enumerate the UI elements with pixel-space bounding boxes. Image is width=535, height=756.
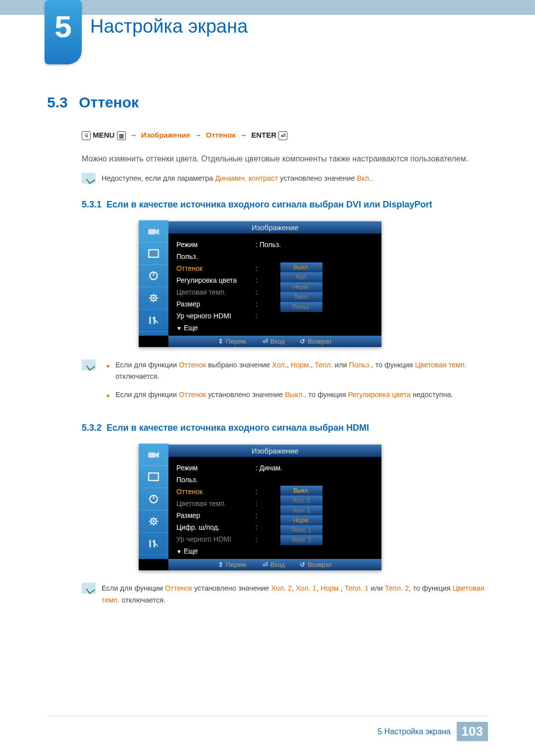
- osd2-label-hdmi: Ур черного HDMI: [176, 533, 256, 545]
- divider: [47, 716, 488, 716]
- footer-enter[interactable]: Вход: [263, 561, 285, 568]
- svg-point-11: [151, 475, 153, 477]
- osd-panel-2: Изображение Режим Польз. Оттенок: [139, 445, 381, 570]
- osd-footer: Перем. Вход Возврат: [168, 559, 381, 570]
- osd2-label-nr[interactable]: Цифр. ш/под.: [176, 521, 256, 533]
- subheading-531: 5.3.1 Если в качестве источника входного…: [82, 198, 488, 211]
- osd2-value-mode: : Динам.: [256, 462, 280, 474]
- osd1-title: Изображение: [168, 221, 381, 234]
- osd2-opt-warm1[interactable]: Тепл. 1: [280, 525, 322, 535]
- dial-icon[interactable]: [139, 265, 168, 287]
- section-title: Оттенок: [79, 94, 139, 110]
- note-icon: [82, 583, 96, 594]
- osd1-label-coloradj[interactable]: Регулировка цвета: [176, 274, 256, 286]
- enter-icon: ⏎: [278, 131, 287, 140]
- osd2-label-colortemp: Цветовая темп.: [176, 498, 256, 509]
- note-icon: [82, 173, 96, 184]
- osd1-label-user[interactable]: Польз.: [176, 251, 256, 262]
- gear-icon[interactable]: [139, 510, 168, 533]
- page-number: 103: [457, 722, 488, 741]
- picture-icon[interactable]: [139, 466, 168, 488]
- camera-icon[interactable]: [139, 220, 168, 243]
- tools-icon[interactable]: [139, 309, 168, 332]
- osd-sidebar: [139, 444, 168, 559]
- osd2-label-mode[interactable]: Режим: [176, 462, 256, 474]
- svg-rect-0: [148, 229, 156, 234]
- osd1-label-colortemp: Цветовая темп.: [176, 286, 256, 298]
- gear-icon[interactable]: [139, 287, 168, 309]
- osd1-opt-off[interactable]: Выкл.: [280, 262, 322, 272]
- osd-panel-1: Изображение Режим Польз. Оттенок: [139, 221, 381, 347]
- camera-icon[interactable]: [139, 444, 168, 466]
- osd2-label-size[interactable]: Размер: [176, 509, 256, 521]
- nav-path: ☟ MENU ▥ → Изображение → Оттенок → ENTER…: [82, 131, 488, 140]
- footer-move[interactable]: Перем.: [218, 338, 248, 345]
- footer-return[interactable]: Возврат: [300, 338, 332, 345]
- osd1-opt-cold[interactable]: Хол.: [280, 272, 322, 282]
- note-block-3: Если для функции Оттенок установлено зна…: [82, 583, 488, 605]
- svg-point-15: [153, 520, 155, 522]
- osd1-label-hdmi[interactable]: Ур черного HDMI: [176, 310, 256, 322]
- footer-enter[interactable]: Вход: [263, 338, 285, 345]
- osd2-label-tint[interactable]: Оттенок: [176, 486, 256, 498]
- bullet-1: Если для функции Оттенок выбрано значени…: [107, 359, 488, 382]
- dial-icon[interactable]: [139, 488, 168, 510]
- subheading-532: 5.3.2 Если в качестве источника входного…: [82, 421, 488, 435]
- chapter-title: Настройка экрана: [90, 16, 248, 37]
- note-unavailable: Недоступен, если для параметра Динамич. …: [82, 173, 488, 184]
- section-number: 5.3: [47, 94, 68, 110]
- tools-icon[interactable]: [139, 533, 168, 555]
- svg-rect-9: [148, 453, 156, 458]
- svg-point-2: [151, 251, 153, 253]
- picture-icon[interactable]: [139, 243, 168, 265]
- footer-move[interactable]: Перем.: [218, 561, 248, 568]
- svg-rect-4: [153, 272, 154, 276]
- chapter-number-badge: 5: [45, 0, 82, 64]
- osd-sidebar: [139, 220, 168, 336]
- osd1-more[interactable]: Еще: [176, 322, 256, 334]
- svg-point-6: [153, 297, 155, 299]
- svg-rect-1: [149, 250, 159, 257]
- svg-rect-13: [153, 496, 154, 500]
- osd-footer: Перем. Вход Возврат: [168, 336, 381, 347]
- footer-return[interactable]: Возврат: [300, 561, 332, 568]
- note-block-2: Если для функции Оттенок выбрано значени…: [82, 359, 488, 408]
- osd2-title: Изображение: [168, 445, 381, 457]
- note-icon: [82, 359, 96, 370]
- osd2-opt-warm2[interactable]: Тепл. 2: [280, 535, 322, 545]
- svg-rect-7: [149, 316, 151, 324]
- osd2-opt-norm[interactable]: Норм.: [280, 515, 322, 525]
- osd1-opt-warm[interactable]: Тепл.: [280, 292, 322, 302]
- osd2-opt-off[interactable]: Выкл.: [280, 486, 322, 496]
- footer-chapter-label: 5 Настройка экрана: [377, 727, 450, 736]
- bullet-2: Если для функции Оттенок установлено зна…: [107, 389, 488, 401]
- svg-rect-16: [149, 540, 151, 548]
- osd1-label-tint[interactable]: Оттенок: [176, 262, 256, 274]
- osd1-label-size[interactable]: Размер: [176, 298, 256, 310]
- osd1-opt-user[interactable]: Польз.: [280, 302, 322, 312]
- osd2-opt-cold2[interactable]: Хол. 2: [280, 496, 322, 505]
- osd1-label-mode[interactable]: Режим: [176, 239, 256, 251]
- menu-icon: ▥: [117, 131, 126, 140]
- osd2-opt-cold1[interactable]: Хол. 1: [280, 505, 322, 515]
- intro-text: Можно изменить оттенки цвета. Отдельные …: [82, 152, 488, 165]
- osd1-value-mode: : Польз.: [256, 239, 280, 251]
- hand-icon: ☟: [82, 131, 91, 140]
- osd2-more[interactable]: Еще: [176, 545, 256, 557]
- osd2-label-user[interactable]: Польз.: [176, 474, 256, 486]
- osd1-opt-norm[interactable]: Норм.: [280, 282, 322, 292]
- svg-rect-10: [149, 473, 159, 481]
